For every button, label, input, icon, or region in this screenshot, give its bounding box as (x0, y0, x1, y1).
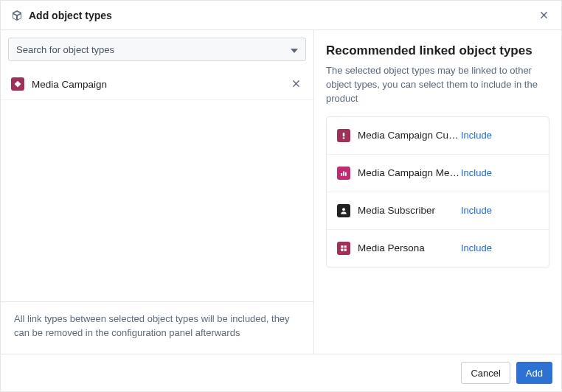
svg-point-5 (342, 208, 345, 211)
dialog-header: Add object types (1, 1, 561, 30)
recommended-subtitle: The selected object types may be linked … (326, 64, 549, 106)
svg-rect-7 (344, 245, 347, 248)
grid-icon (337, 242, 350, 255)
footnote-text: All link types between selected object t… (1, 301, 313, 354)
chart-icon (337, 167, 350, 180)
svg-rect-1 (343, 137, 345, 139)
chevron-down-icon (291, 43, 298, 56)
add-object-types-dialog: Add object types Search for object types… (0, 0, 562, 392)
recommended-title: Recommended linked object types (326, 43, 549, 58)
svg-rect-0 (343, 133, 345, 136)
dialog-title: Add object types (29, 10, 537, 21)
svg-rect-2 (341, 173, 342, 176)
recommended-name: Media Campaign Metrics (358, 167, 461, 178)
recommended-row: Media Campaign MetricsInclude (327, 155, 549, 192)
svg-rect-8 (341, 248, 343, 251)
selected-row: Media Campaign (1, 69, 313, 100)
recommended-list: Media Campaign Customer GroupIncludeMedi… (326, 116, 549, 267)
recommended-name: Media Campaign Customer Group (358, 130, 461, 141)
include-button[interactable]: Include (461, 205, 492, 216)
add-button[interactable]: Add (516, 362, 552, 384)
recommended-row: Media SubscriberInclude (327, 192, 549, 230)
dialog-body: Search for object types Media Campaign A… (1, 30, 561, 354)
selected-name: Media Campaign (32, 79, 289, 90)
selected-object-types-list: Media Campaign (1, 69, 313, 301)
person-icon (337, 204, 350, 217)
cube-icon (11, 10, 23, 21)
cancel-button[interactable]: Cancel (461, 362, 510, 384)
recommended-row: Media PersonaInclude (327, 230, 549, 267)
recommended-name: Media Persona (358, 242, 461, 253)
svg-rect-4 (345, 172, 347, 175)
search-wrap: Search for object types (1, 30, 313, 69)
include-button[interactable]: Include (461, 167, 492, 178)
recommended-row: Media Campaign Customer GroupInclude (327, 117, 549, 155)
recommended-name: Media Subscriber (358, 205, 461, 216)
svg-rect-6 (341, 245, 343, 248)
svg-rect-3 (343, 171, 344, 175)
dialog-footer: Cancel Add (1, 354, 561, 391)
diamond-icon (11, 77, 24, 91)
right-panel: Recommended linked object types The sele… (314, 30, 561, 354)
left-panel: Search for object types Media Campaign A… (1, 30, 314, 354)
search-placeholder: Search for object types (16, 44, 291, 55)
close-button[interactable] (537, 8, 551, 22)
include-button[interactable]: Include (461, 242, 492, 253)
svg-rect-9 (344, 248, 347, 251)
include-button[interactable]: Include (461, 130, 492, 141)
search-object-types-select[interactable]: Search for object types (8, 38, 306, 61)
remove-button[interactable] (289, 76, 303, 92)
exclaim-icon (337, 129, 350, 142)
